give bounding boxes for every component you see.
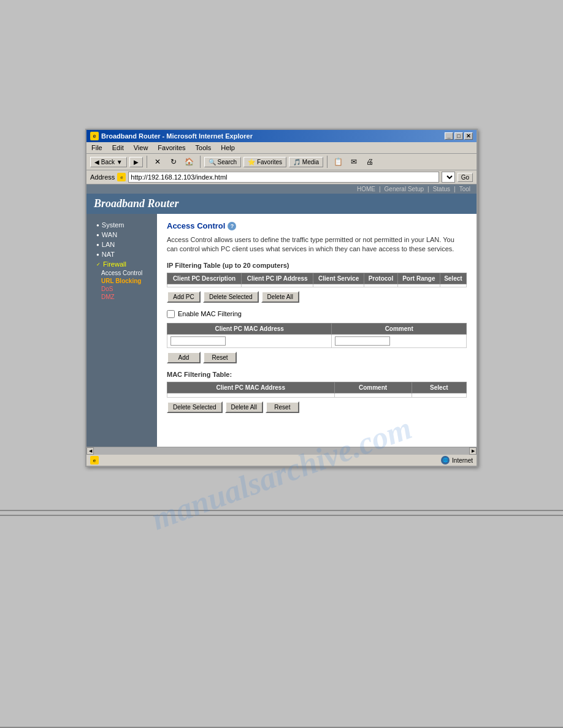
go-button[interactable]: Go	[458, 173, 473, 182]
sub-label-dmz: DMZ	[101, 294, 115, 300]
cell-empty-5	[397, 284, 440, 287]
mac-address-input[interactable]	[170, 336, 226, 346]
globe-icon: 🌐	[441, 456, 450, 464]
ip-filter-buttons: Add PC Delete Selected Delete All	[167, 291, 467, 303]
sidebar-label-system: System	[102, 221, 124, 229]
help-icon[interactable]: ?	[228, 222, 236, 230]
mac-delete-all-button[interactable]: Delete All	[225, 401, 263, 413]
nav-status[interactable]: Status	[433, 186, 450, 192]
comment-input[interactable]	[335, 336, 390, 346]
sidebar: ● System ● WAN ● LAN ● NAT	[86, 214, 157, 447]
minimize-button[interactable]: _	[445, 132, 453, 140]
reset-mac-button[interactable]: Reset	[203, 352, 237, 363]
sidebar-item-firewall[interactable]: ✓ Firewall	[91, 259, 152, 269]
th-protocol: Protocol	[364, 273, 397, 284]
mac-filter-table: Client PC MAC Address Comment Select	[167, 382, 467, 398]
menu-help[interactable]: Help	[220, 143, 236, 152]
scrollbar[interactable]: ◀ ▶	[86, 447, 477, 454]
close-button[interactable]: ✕	[464, 132, 473, 140]
delete-all-button[interactable]: Delete All	[261, 291, 299, 303]
nav-tool[interactable]: Tool	[459, 186, 470, 192]
mac-cell-1	[167, 393, 335, 397]
sidebar-label-firewall: Firewall	[103, 260, 126, 268]
mac-address-cell	[167, 334, 332, 347]
mac-delete-selected-button[interactable]: Delete Selected	[167, 401, 223, 413]
sub-label-url-blocking: URL Blocking	[101, 278, 141, 284]
page-header: HOME | General Setup | Status | Tool	[86, 184, 477, 194]
table-row	[167, 284, 467, 287]
add-pc-button[interactable]: Add PC	[167, 291, 201, 303]
search-button[interactable]: 🔍 Search	[204, 157, 241, 167]
th-port-range: Port Range	[397, 273, 440, 284]
toolbar-separator-3	[327, 156, 327, 168]
ip-filtering-heading: IP Filtering Table (up to 20 computers)	[167, 262, 467, 269]
favorites-button[interactable]: ⭐ Favorites	[243, 157, 286, 167]
media-button[interactable]: 🎵 Media	[289, 157, 323, 167]
nav-sep-1: |	[379, 186, 381, 192]
th-mac-select: Select	[412, 382, 466, 393]
mail-button[interactable]: ✉	[347, 156, 361, 168]
address-dropdown[interactable]	[442, 172, 455, 183]
router-brand: Broadband Router	[94, 197, 179, 210]
scroll-right[interactable]: ▶	[469, 447, 477, 455]
add-mac-button[interactable]: Add	[167, 352, 201, 363]
sidebar-sub-dmz[interactable]: DMZ	[91, 293, 152, 301]
router-header: Broadband Router	[86, 194, 477, 214]
mac-reset-button[interactable]: Reset	[266, 401, 299, 413]
bullet-nat: ●	[96, 252, 99, 257]
mac-cell-3	[412, 393, 466, 397]
home-button[interactable]: 🏠	[183, 156, 196, 168]
cell-empty-2	[242, 284, 313, 287]
print-button[interactable]: 🖨	[363, 156, 377, 168]
mac-table-heading: MAC Filtering Table:	[167, 371, 467, 378]
bullet-system: ●	[96, 222, 99, 228]
address-label: Address	[90, 173, 115, 181]
delete-selected-button[interactable]: Delete Selected	[203, 291, 259, 303]
menu-file[interactable]: File	[90, 143, 104, 152]
history-button[interactable]: 📋	[331, 156, 345, 168]
ip-filter-table: Client PC Description Client PC IP Addre…	[167, 273, 467, 287]
status-zone: Internet	[452, 457, 473, 464]
sidebar-label-wan: WAN	[102, 231, 117, 238]
sidebar-item-wan[interactable]: ● WAN	[91, 230, 152, 240]
toolbar-separator-1	[147, 156, 147, 168]
nav-sep-2: |	[427, 186, 429, 192]
sidebar-item-system[interactable]: ● System	[91, 220, 152, 230]
sidebar-item-nat[interactable]: ● NAT	[91, 249, 152, 259]
menu-favorites[interactable]: Favorites	[156, 143, 186, 152]
mac-checkbox-label: Enable MAC Filtering	[178, 310, 242, 317]
mac-table-row	[167, 393, 467, 397]
nav-general-setup[interactable]: General Setup	[385, 186, 424, 192]
scroll-track[interactable]	[94, 447, 469, 455]
page-title: Access Control	[167, 221, 225, 230]
toolbar: ◀ Back ▼ ▶ ✕ ↻ 🏠 🔍 Search ⭐ Favorites 🎵 …	[86, 154, 477, 170]
refresh-button[interactable]: ↻	[167, 156, 180, 168]
menu-bar: File Edit View Favorites Tools Help	[86, 142, 477, 154]
back-button[interactable]: ◀ Back ▼	[90, 157, 127, 167]
maximize-button[interactable]: □	[454, 132, 463, 140]
mac-cell-2	[334, 393, 412, 397]
sidebar-item-lan[interactable]: ● LAN	[91, 240, 152, 249]
menu-tools[interactable]: Tools	[194, 143, 213, 152]
toolbar-separator-2	[200, 156, 201, 168]
bullet-lan: ●	[96, 242, 99, 248]
nav-home[interactable]: HOME	[357, 186, 375, 192]
content-area: ● System ● WAN ● LAN ● NAT	[86, 214, 477, 447]
th-client-pc-ip: Client PC IP Address	[242, 273, 313, 284]
enable-mac-checkbox[interactable]	[167, 310, 175, 318]
sidebar-sub-access-control[interactable]: Access Control	[91, 269, 152, 277]
menu-view[interactable]: View	[132, 143, 150, 152]
address-bar: Address e Go	[86, 170, 477, 184]
address-input[interactable]	[128, 172, 439, 183]
sidebar-sub-url-blocking[interactable]: URL Blocking	[91, 277, 152, 285]
sidebar-sub-dos[interactable]: DoS	[91, 285, 152, 293]
cell-empty-3	[313, 284, 364, 287]
stop-button[interactable]: ✕	[151, 156, 164, 168]
th-mac-address-input: Client PC MAC Address	[167, 323, 332, 334]
scroll-left[interactable]: ◀	[86, 447, 94, 455]
window-title: Broadband Router - Microsoft Internet Ex…	[101, 132, 253, 140]
forward-button[interactable]: ▶	[129, 157, 143, 167]
bullet-firewall: ✓	[96, 262, 101, 267]
menu-edit[interactable]: Edit	[111, 143, 125, 152]
mac-input-table: Client PC MAC Address Comment	[167, 323, 467, 348]
